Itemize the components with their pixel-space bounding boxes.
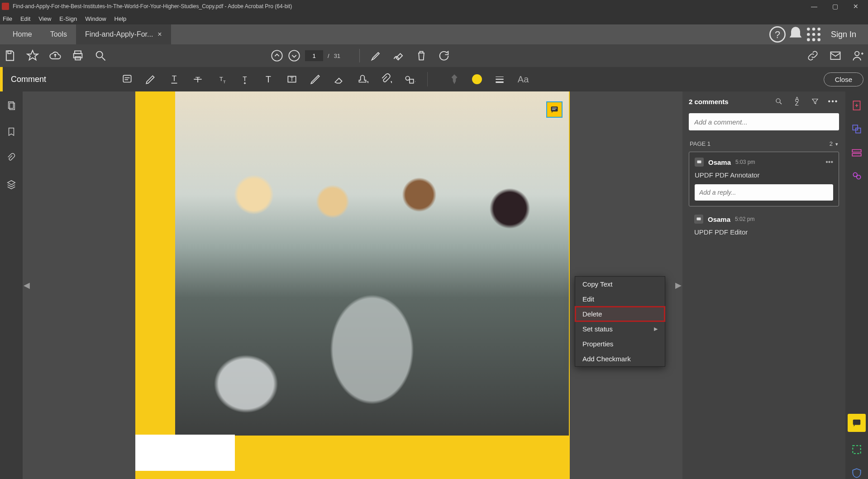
share-user-icon[interactable] [852,49,864,62]
page-down-icon[interactable] [288,49,300,62]
svg-rect-14 [75,57,81,60]
comment-marker-icon[interactable] [546,101,563,118]
cloud-upload-icon[interactable] [49,49,62,62]
comments-filter-icon[interactable] [809,97,821,105]
window-title: Find-and-Apply-For-the-Best-Institutes-I… [13,3,804,10]
apps-grid-icon[interactable] [805,24,823,44]
notifications-icon[interactable] [787,24,805,44]
prev-page-arrow[interactable]: ◀ [24,280,30,290]
maximize-button[interactable]: ▢ [825,0,845,13]
toolbar-divider [359,49,360,62]
replace-text-icon[interactable]: TT [215,73,227,85]
comments-search-icon[interactable] [773,97,785,105]
highlight-pen-icon[interactable] [145,73,157,85]
email-icon[interactable] [829,49,842,62]
next-page-arrow[interactable]: ▶ [675,280,682,290]
scan-ocr-icon[interactable] [851,444,863,455]
help-icon[interactable]: ? [768,24,787,44]
tab-document[interactable]: Find-and-Apply-For... × [76,24,171,44]
comments-tool-icon[interactable] [848,414,866,432]
menu-view[interactable]: View [38,15,51,22]
comment-item[interactable]: Osama 5:02 pm UPDF PDF Editor [689,213,839,243]
layers-panel-icon[interactable] [6,179,16,191]
comments-sort-icon[interactable]: AZ [791,97,803,106]
svg-point-10 [817,38,820,41]
pages-panel-icon[interactable] [6,101,16,112]
comment-more-icon[interactable]: ••• [825,158,833,166]
menu-help[interactable]: Help [114,15,127,22]
left-rail [0,91,23,479]
page-number-input[interactable] [305,50,323,61]
close-comment-button[interactable]: Close [824,72,863,86]
ctx-add-checkmark[interactable]: Add Checkmark [575,351,665,366]
protect-icon[interactable] [851,467,863,479]
page-sep: / [328,53,329,59]
tab-close-icon[interactable]: × [157,30,162,38]
star-icon[interactable] [26,49,39,62]
comments-page-row[interactable]: PAGE 1 2▾ [690,140,838,147]
text-comment-icon[interactable]: T [262,73,274,85]
svg-rect-21 [123,75,131,82]
page-up-icon[interactable] [271,49,283,62]
underline-text-icon[interactable]: T [168,73,180,85]
svg-point-4 [817,28,820,31]
attachment-icon[interactable]: ▾ [380,73,392,85]
title-bar: Find-and-Apply-For-the-Best-Institutes-I… [0,0,868,13]
line-thickness-icon[interactable] [494,73,506,85]
print-icon[interactable] [72,49,84,62]
color-picker-dot[interactable] [472,74,482,84]
delete-page-icon[interactable] [415,49,428,62]
comments-more-icon[interactable]: ••• [827,97,839,105]
combine-files-icon[interactable] [851,123,863,135]
sign-in-link[interactable]: Sign In [831,30,856,39]
ctx-copy-text[interactable]: Copy Text [575,277,665,292]
svg-rect-50 [697,218,701,220]
shapes-icon[interactable]: ▾ [404,73,415,85]
pin-icon[interactable] [448,73,460,85]
highlight-tool-icon[interactable] [370,49,382,62]
tab-home[interactable]: Home [4,24,41,44]
svg-point-17 [272,50,282,61]
sign-tool-icon[interactable] [392,49,405,62]
add-comment-input[interactable] [689,113,839,130]
menu-esign[interactable]: E-Sign [59,15,77,22]
pencil-icon[interactable] [310,73,321,85]
comment-type-icon [694,215,703,224]
sticky-note-icon[interactable] [121,73,133,85]
menu-file[interactable]: File [3,15,12,22]
stamp-icon[interactable]: ▾ [357,73,368,85]
svg-point-2 [807,28,810,31]
insert-text-icon[interactable]: T [239,73,251,85]
attachments-panel-icon[interactable] [6,153,16,165]
strikethrough-icon[interactable]: T [192,73,204,85]
comment-item[interactable]: Osama 5:03 pm ••• UPDF PDF Annotator [689,152,839,206]
svg-point-57 [857,175,861,179]
comment-toolbar: Comment T T TT T T T ▾ ▾ ▾ Aa Close [0,67,868,91]
edit-pdf-icon[interactable] [851,147,863,158]
request-signatures-icon[interactable] [851,170,863,182]
ctx-delete[interactable]: Delete [575,307,665,321]
header-row: Home Tools Find-and-Apply-For... × ? Sig… [0,24,868,44]
close-window-button[interactable]: ✕ [845,0,866,13]
svg-rect-58 [853,420,861,425]
menu-window[interactable]: Window [85,15,106,22]
link-tool-icon[interactable] [806,49,819,62]
minimize-button[interactable]: ― [804,0,825,13]
create-pdf-icon[interactable] [851,100,863,111]
text-format-icon[interactable]: Aa [517,73,529,85]
rotate-icon[interactable] [438,49,450,62]
ctx-properties[interactable]: Properties [575,336,665,351]
ctx-edit[interactable]: Edit [575,292,665,307]
comment-time: 5:02 pm [735,216,754,222]
svg-text:▾: ▾ [367,80,368,84]
eraser-icon[interactable] [333,73,345,85]
tab-tools[interactable]: Tools [41,24,76,44]
ctx-set-status[interactable]: Set status▶ [575,321,665,336]
find-icon[interactable] [94,49,107,62]
add-reply-input[interactable] [695,184,833,201]
text-box-icon[interactable]: T [286,73,298,85]
save-icon[interactable] [4,49,16,62]
menu-edit[interactable]: Edit [20,15,30,22]
bookmark-panel-icon[interactable] [6,127,16,139]
svg-point-7 [817,33,820,36]
